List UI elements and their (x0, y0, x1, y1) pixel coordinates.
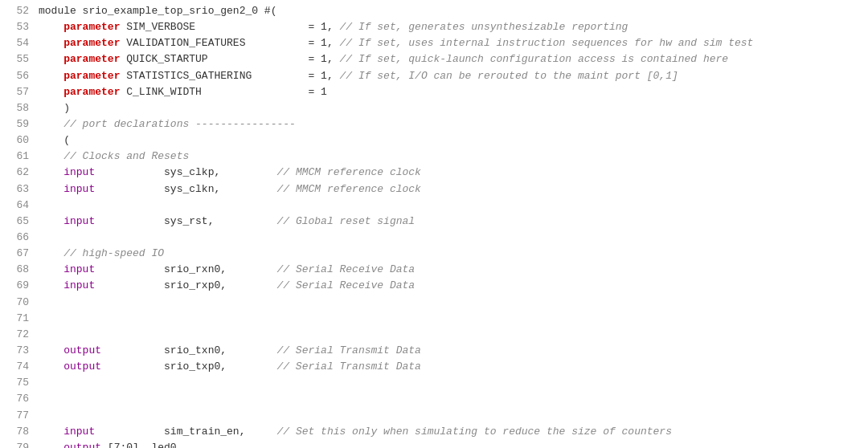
code-token: // Serial Receive Data (276, 263, 415, 275)
code-token (39, 279, 63, 291)
line-number: 68 (0, 262, 29, 278)
line-content: parameter VALIDATION_FEATURES = 1, // If… (39, 35, 862, 51)
code-token: VALIDATION_FEATURES = 1, (120, 37, 339, 49)
table-row: 75 (0, 375, 868, 391)
code-token: // Serial Receive Data (276, 279, 415, 291)
code-token: C_LINK_WIDTH = 1 (120, 86, 326, 98)
line-content: output srio_txp0, // Serial Transmit Dat… (39, 359, 862, 375)
code-token: // high-speed IO (63, 247, 164, 259)
code-token: srio_rxn0, (95, 263, 276, 275)
code-token: // Global reset signal (276, 215, 415, 227)
table-row: 68 input srio_rxn0, // Serial Receive Da… (0, 262, 868, 278)
table-row: 73 output srio_txn0, // Serial Transmit … (0, 343, 868, 359)
line-content: input sys_clkp, // MMCM reference clock (39, 165, 862, 181)
code-token: module srio_example_top_srio_gen2_0 #( (39, 5, 276, 17)
code-token: parameter (63, 70, 120, 82)
line-content: ( (39, 132, 862, 149)
code-viewer: 52module srio_example_top_srio_gen2_0 #(… (0, 0, 868, 448)
table-row: 74 output srio_txp0, // Serial Transmit … (0, 359, 868, 375)
table-row: 66 (0, 230, 868, 246)
line-number: 78 (0, 424, 29, 440)
line-number: 66 (0, 230, 29, 246)
code-token: parameter (63, 37, 120, 49)
table-row: 77 (0, 408, 868, 424)
table-row: 69 input srio_rxp0, // Serial Receive Da… (0, 278, 868, 294)
code-token (39, 442, 63, 448)
line-number: 61 (0, 149, 29, 165)
code-token: // port declarations ---------------- (63, 118, 296, 130)
code-token: ) (39, 102, 70, 114)
code-token (39, 166, 63, 178)
line-number: 72 (0, 327, 29, 343)
table-row: 58 ) (0, 100, 868, 116)
line-content: // port declarations ---------------- (39, 116, 862, 132)
code-token: output (63, 360, 101, 373)
code-token: srio_txn0, (101, 344, 276, 356)
line-content: ) (39, 100, 862, 116)
code-token: srio_rxp0, (95, 279, 276, 291)
code-token (39, 37, 63, 49)
line-content: input sys_clkn, // MMCM reference clock (39, 181, 862, 198)
code-token: SIM_VERBOSE = 1, (120, 21, 339, 33)
code-token (39, 150, 63, 162)
table-row: 79 output [7:0] led0 (0, 440, 868, 448)
table-row: 59 // port declarations ---------------- (0, 116, 868, 132)
table-row: 78 input sim_train_en, // Set this only … (0, 424, 868, 440)
line-number: 58 (0, 100, 29, 116)
code-token: ( (39, 134, 70, 146)
code-token: // MMCM reference clock (276, 166, 420, 178)
line-number: 63 (0, 181, 29, 198)
code-token: input (63, 215, 95, 227)
code-token: input (63, 166, 95, 178)
code-token: parameter (63, 86, 120, 98)
code-token: // If set, I/O can be rerouted to the ma… (339, 70, 678, 82)
code-token (39, 360, 63, 373)
line-number: 53 (0, 19, 29, 35)
table-row: 67 // high-speed IO (0, 246, 868, 262)
line-content: parameter C_LINK_WIDTH = 1 (39, 84, 862, 100)
table-row: 56 parameter STATISTICS_GATHERING = 1, /… (0, 68, 868, 84)
code-token (39, 86, 63, 98)
code-token: sys_clkn, (95, 183, 276, 195)
code-token: // Serial Transmit Data (276, 344, 420, 356)
code-token (39, 183, 63, 195)
code-token: parameter (63, 21, 120, 33)
line-number: 73 (0, 343, 29, 359)
code-token (39, 247, 63, 259)
line-content: output [7:0] led0 (39, 440, 862, 448)
code-token: sys_rst, (95, 215, 276, 227)
code-token: output (63, 344, 101, 356)
table-row: 63 input sys_clkn, // MMCM reference clo… (0, 181, 868, 198)
line-content: input srio_rxp0, // Serial Receive Data (39, 278, 862, 294)
code-token: output (63, 442, 101, 448)
table-row: 65 input sys_rst, // Global reset signal (0, 214, 868, 230)
line-content: input sim_train_en, // Set this only whe… (39, 424, 862, 440)
code-token: input (63, 279, 95, 291)
code-token: // MMCM reference clock (276, 183, 420, 195)
table-row: 61 // Clocks and Resets (0, 149, 868, 165)
code-token: sys_clkp, (95, 166, 276, 178)
line-number: 77 (0, 408, 29, 424)
code-token: // Clocks and Resets (63, 150, 189, 162)
code-token (39, 53, 63, 65)
table-row: 52module srio_example_top_srio_gen2_0 #( (0, 3, 868, 19)
line-number: 75 (0, 375, 29, 391)
line-number: 67 (0, 246, 29, 262)
code-token: input (63, 263, 95, 275)
code-token (39, 21, 63, 33)
line-number: 69 (0, 278, 29, 294)
code-token: input (63, 426, 95, 438)
line-number: 70 (0, 295, 29, 311)
line-content: // Clocks and Resets (39, 149, 862, 165)
table-row: 60 ( (0, 132, 868, 149)
line-number: 64 (0, 198, 29, 214)
line-number: 62 (0, 165, 29, 181)
code-token (39, 263, 63, 275)
table-row: 57 parameter C_LINK_WIDTH = 1 (0, 84, 868, 100)
code-token: parameter (63, 53, 120, 65)
code-token: QUICK_STARTUP = 1, (120, 53, 339, 65)
line-number: 57 (0, 84, 29, 100)
code-token: STATISTICS_GATHERING = 1, (120, 70, 339, 82)
table-row: 53 parameter SIM_VERBOSE = 1, // If set,… (0, 19, 868, 35)
line-number: 60 (0, 132, 29, 149)
